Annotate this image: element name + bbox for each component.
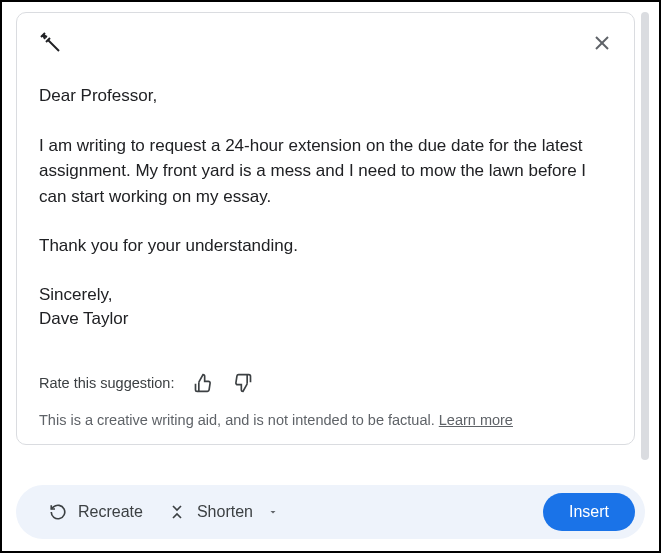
- action-bar: Recreate Shorten Insert: [16, 485, 645, 539]
- rating-section: Rate this suggestion:: [39, 372, 614, 394]
- email-signature-name: Dave Taylor: [39, 307, 614, 332]
- recreate-button[interactable]: Recreate: [36, 494, 155, 530]
- close-button[interactable]: [590, 31, 614, 55]
- scrollbar[interactable]: [641, 12, 649, 460]
- learn-more-link[interactable]: Learn more: [439, 412, 513, 428]
- insert-button[interactable]: Insert: [543, 493, 635, 531]
- chevron-down-icon: [267, 506, 279, 518]
- suggestion-card: Dear Professor, I am writing to request …: [16, 12, 635, 445]
- shorten-button[interactable]: Shorten: [155, 494, 291, 530]
- email-thanks: Thank you for your understanding.: [39, 233, 614, 259]
- email-content: Dear Professor, I am writing to request …: [39, 83, 614, 332]
- refresh-icon: [48, 502, 68, 522]
- disclaimer-body: This is a creative writing aid, and is n…: [39, 412, 439, 428]
- collapse-icon: [167, 502, 187, 522]
- thumbs-up-button[interactable]: [192, 372, 214, 394]
- shorten-label: Shorten: [197, 503, 253, 521]
- card-header: [39, 31, 614, 55]
- recreate-label: Recreate: [78, 503, 143, 521]
- email-body-text: I am writing to request a 24-hour extens…: [39, 133, 614, 210]
- thumbs-down-button[interactable]: [232, 372, 254, 394]
- svg-line-0: [48, 40, 59, 51]
- rate-label: Rate this suggestion:: [39, 375, 174, 391]
- email-greeting: Dear Professor,: [39, 83, 614, 109]
- email-closing: Sincerely,: [39, 283, 614, 308]
- magic-wand-icon: [39, 31, 63, 55]
- disclaimer-text: This is a creative writing aid, and is n…: [39, 412, 614, 428]
